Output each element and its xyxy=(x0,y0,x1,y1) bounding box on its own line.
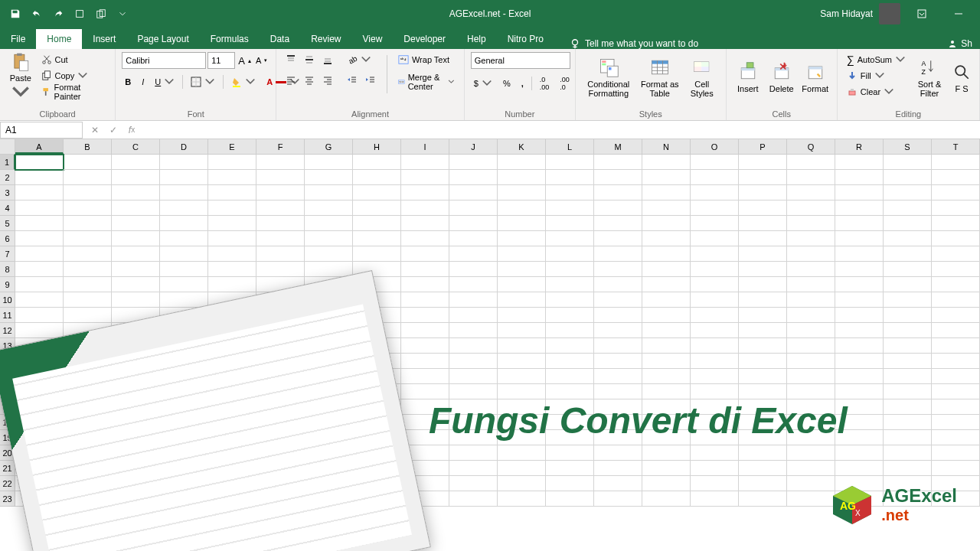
align-left-button[interactable] xyxy=(283,73,299,88)
col-header-E[interactable]: E xyxy=(208,139,256,154)
row-header-8[interactable]: 8 xyxy=(0,262,15,277)
fill-button[interactable]: Fill xyxy=(844,68,909,83)
tab-view[interactable]: View xyxy=(352,29,394,49)
tab-formulas[interactable]: Formulas xyxy=(200,29,260,49)
col-header-M[interactable]: M xyxy=(594,139,642,154)
tab-insert[interactable]: Insert xyxy=(82,29,126,49)
fx-button[interactable]: fx xyxy=(124,122,139,138)
row-header-5[interactable]: 5 xyxy=(0,216,15,231)
ribbon-options-button[interactable] xyxy=(906,0,937,28)
col-header-G[interactable]: G xyxy=(305,139,353,154)
align-center-button[interactable] xyxy=(301,73,318,88)
cut-button[interactable]: Cut xyxy=(38,52,109,67)
col-header-I[interactable]: I xyxy=(401,139,449,154)
autosum-button[interactable]: ∑ AutoSum xyxy=(844,52,909,67)
col-header-Q[interactable]: Q xyxy=(787,139,835,154)
increase-indent-button[interactable] xyxy=(362,73,379,88)
row-header-9[interactable]: 9 xyxy=(0,277,15,292)
formula-input[interactable] xyxy=(144,122,980,139)
underline-button[interactable]: U xyxy=(152,74,178,90)
orientation-button[interactable]: ab xyxy=(344,52,374,67)
col-header-D[interactable]: D xyxy=(160,139,208,154)
tab-file[interactable]: File xyxy=(0,29,36,49)
col-header-K[interactable]: K xyxy=(498,139,546,154)
delete-cells-button[interactable]: Delete xyxy=(766,52,797,103)
increase-font-button[interactable]: A▴ xyxy=(237,53,253,68)
tab-home[interactable]: Home xyxy=(36,29,82,49)
copy-button[interactable]: Copy xyxy=(38,68,109,83)
col-header-A[interactable]: A xyxy=(15,139,64,154)
increase-decimal-button[interactable]: .0.00 xyxy=(537,76,553,91)
conditional-formatting-button[interactable]: Conditional Formatting xyxy=(582,52,635,103)
find-select-button[interactable]: F S xyxy=(950,52,973,103)
tell-me-search[interactable]: Tell me what you want to do xyxy=(570,38,698,49)
minimize-button[interactable] xyxy=(943,0,974,28)
currency-button[interactable]: $ xyxy=(471,76,495,91)
enter-formula-button[interactable]: ✓ xyxy=(106,122,121,138)
font-name-select[interactable] xyxy=(122,52,206,69)
sort-filter-button[interactable]: AZ Sort & Filter xyxy=(912,52,947,103)
name-box[interactable]: A1 xyxy=(0,122,83,139)
qat-btn-5[interactable] xyxy=(92,5,110,23)
row-header-11[interactable]: 11 xyxy=(0,308,15,323)
row-header-21[interactable]: 21 xyxy=(0,461,15,476)
decrease-decimal-button[interactable]: .00.0 xyxy=(557,76,573,91)
col-header-R[interactable]: R xyxy=(835,139,884,154)
percent-button[interactable]: % xyxy=(500,76,514,91)
tab-data[interactable]: Data xyxy=(260,29,300,49)
col-header-O[interactable]: O xyxy=(691,139,739,154)
number-format-select[interactable] xyxy=(471,52,570,69)
tab-help[interactable]: Help xyxy=(456,29,497,49)
row-header-6[interactable]: 6 xyxy=(0,231,15,246)
tab-nitro-pro[interactable]: Nitro Pro xyxy=(497,29,554,49)
save-button[interactable] xyxy=(6,5,24,23)
row-header-2[interactable]: 2 xyxy=(0,170,15,185)
tab-review[interactable]: Review xyxy=(300,29,351,49)
tab-developer[interactable]: Developer xyxy=(393,29,456,49)
align-bottom-button[interactable] xyxy=(319,52,336,67)
clear-button[interactable]: Clear xyxy=(844,84,909,99)
col-header-J[interactable]: J xyxy=(449,139,498,154)
wrap-text-button[interactable]: abWrap Text xyxy=(395,52,458,67)
comma-button[interactable]: , xyxy=(518,76,527,91)
cancel-formula-button[interactable]: ✕ xyxy=(87,122,103,138)
row-header-22[interactable]: 22 xyxy=(0,476,15,491)
col-header-C[interactable]: C xyxy=(112,139,160,154)
font-size-select[interactable] xyxy=(207,52,235,69)
user-name[interactable]: Sam Hidayat xyxy=(820,8,873,19)
row-header-3[interactable]: 3 xyxy=(0,185,15,201)
decrease-indent-button[interactable] xyxy=(344,73,361,88)
align-top-button[interactable] xyxy=(283,52,299,67)
fill-color-button[interactable] xyxy=(228,74,259,90)
merge-center-button[interactable]: Merge & Center xyxy=(395,74,458,90)
format-cells-button[interactable]: Format xyxy=(800,52,831,103)
align-middle-button[interactable] xyxy=(301,52,318,67)
col-header-T[interactable]: T xyxy=(932,139,980,154)
qat-btn-4[interactable] xyxy=(70,5,89,23)
row-header-23[interactable]: 23 xyxy=(0,491,15,507)
align-right-button[interactable] xyxy=(319,73,336,88)
tab-page-layout[interactable]: Page Layout xyxy=(126,29,199,49)
col-header-S[interactable]: S xyxy=(884,139,932,154)
paste-button[interactable]: Paste xyxy=(6,52,35,103)
col-header-F[interactable]: F xyxy=(256,139,305,154)
col-header-P[interactable]: P xyxy=(739,139,787,154)
col-header-N[interactable]: N xyxy=(642,139,691,154)
row-header-1[interactable]: 1 xyxy=(0,155,15,170)
row-header-10[interactable]: 10 xyxy=(0,292,15,308)
decrease-font-button[interactable]: A▾ xyxy=(254,53,269,68)
row-header-12[interactable]: 12 xyxy=(0,323,15,338)
border-button[interactable] xyxy=(188,74,218,90)
share-button[interactable]: Sh xyxy=(947,38,980,49)
row-header-7[interactable]: 7 xyxy=(0,246,15,262)
select-all-corner[interactable] xyxy=(0,139,15,154)
italic-button[interactable]: I xyxy=(139,74,147,90)
bold-button[interactable]: B xyxy=(122,74,134,90)
row-header-4[interactable]: 4 xyxy=(0,201,15,216)
col-header-B[interactable]: B xyxy=(64,139,112,154)
undo-button[interactable] xyxy=(28,5,46,23)
qat-customize[interactable] xyxy=(113,5,132,23)
format-as-table-button[interactable]: Format as Table xyxy=(639,52,681,103)
user-avatar[interactable] xyxy=(879,3,900,24)
redo-button[interactable] xyxy=(49,5,67,23)
